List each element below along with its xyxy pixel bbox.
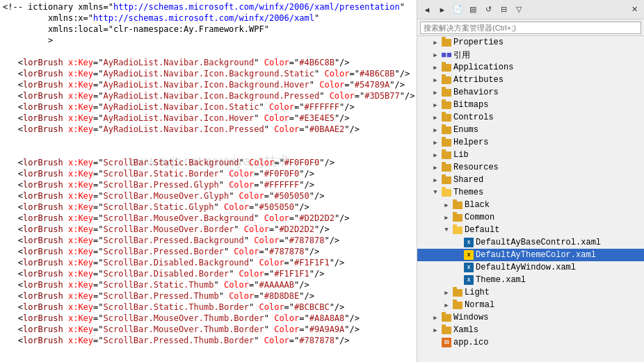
folder-icon — [441, 124, 452, 135]
expander-spacer — [452, 262, 463, 273]
code-line: xmlns:x="http://schemas.microsoft.com/wi… — [0, 13, 417, 24]
code-line — [0, 146, 417, 157]
tree-label: Behaviors — [453, 88, 499, 97]
code-line: <lorBrush x:Key="ScrollBar.Static.Thumb"… — [0, 279, 417, 290]
folder-open-icon — [441, 187, 452, 198]
tree-item-light[interactable]: ▶ Light — [417, 286, 644, 299]
code-line: <lorBrush x:Key="ScrollBar.MouseOver.Thu… — [0, 324, 417, 335]
tree-item-resources[interactable]: ▶ Resources — [417, 161, 644, 174]
tree-item-theme[interactable]: X Theme.xaml — [417, 274, 644, 286]
folder-open-icon — [452, 224, 463, 236]
tree-item-bitmaps[interactable]: ▶ Bitmaps — [417, 99, 644, 111]
expander-icon: ▶ — [430, 312, 441, 323]
expander-icon: ▼ — [430, 187, 441, 198]
code-line: <!-- ictionary xmlns="http://schemas.mic… — [0, 1, 417, 13]
tree-item-attributes[interactable]: ▶ Attributes — [417, 74, 644, 86]
tree-item-common[interactable]: ▶ Common — [417, 211, 644, 224]
code-line: <lorBrush x:Key="AyRadioList.Navibar.Bac… — [0, 57, 417, 68]
code-line: <lorBrush x:Key="ScrollBar.MouseOver.Thu… — [0, 313, 417, 324]
folder-icon — [441, 37, 452, 48]
tree-item-references[interactable]: ▶ ■■ 引用 — [417, 49, 644, 61]
tree-item-properties[interactable]: ▶ Properties — [417, 36, 644, 49]
tree-item-applications[interactable]: ▶ Applications — [417, 61, 644, 74]
code-panel: <!-- ictionary xmlns="http://schemas.mic… — [0, 0, 417, 362]
tree-label: Bitmaps — [453, 100, 488, 110]
toolbar-properties-button[interactable]: 📄 — [451, 3, 465, 17]
tree-label: 引用 — [453, 49, 470, 61]
toolbar-filter-button[interactable]: ▽ — [512, 3, 526, 17]
folder-icon — [441, 62, 452, 73]
folder-icon — [441, 87, 452, 98]
toolbar-back-button[interactable]: ◄ — [420, 3, 434, 17]
folder-icon — [441, 312, 452, 323]
search-input[interactable] — [420, 22, 641, 34]
folder-icon — [441, 74, 452, 85]
xaml-file-icon: X — [463, 274, 474, 286]
toolbar-close-button[interactable]: ✕ — [627, 3, 641, 17]
toolbar-forward-button[interactable]: ► — [435, 3, 449, 17]
tree-item-shared[interactable]: ▶ Shared — [417, 174, 644, 186]
expander-icon: ▶ — [430, 137, 441, 148]
tree-label: Lib — [453, 150, 469, 160]
expander-icon: ▶ — [430, 112, 441, 123]
tree-item-helpers[interactable]: ▶ Helpers — [417, 136, 644, 149]
expander-icon: ▶ — [430, 62, 441, 73]
tree-item-default[interactable]: ▼ Default — [417, 224, 644, 236]
expander-spacer — [430, 337, 441, 348]
code-line: <lorBrush x:Key="ScrollBar.Pressed.Backg… — [0, 235, 417, 246]
code-line — [0, 46, 417, 57]
folder-icon — [441, 137, 452, 148]
expander-spacer — [452, 274, 463, 286]
tree-item-windows[interactable]: ▶ Windows — [417, 311, 644, 324]
folder-icon — [441, 162, 452, 173]
expander-icon: ▶ — [441, 287, 452, 298]
code-line: <lorBrush x:Key="ScrollBar.Disabled.Back… — [0, 257, 417, 268]
xaml-file-icon: X — [463, 249, 474, 261]
tree-label: Resources — [453, 163, 499, 172]
tree-item-normal[interactable]: ▶ Normal — [417, 299, 644, 311]
expander-icon: ▶ — [430, 37, 441, 48]
code-scroll[interactable]: <!-- ictionary xmlns="http://schemas.mic… — [0, 0, 417, 362]
solution-tree[interactable]: ▶ Properties ▶ ■■ 引用 ▶ Applications ▶ At… — [417, 36, 644, 362]
tree-item-controls[interactable]: ▶ Controls — [417, 111, 644, 124]
tree-item-lib[interactable]: ▶ Lib — [417, 149, 644, 161]
tree-item-defaultaywindow[interactable]: X DefaultAyWindow.xaml — [417, 261, 644, 274]
tree-item-defaultaythemecolor[interactable]: X DefaultAyThemeColor.xaml — [417, 249, 644, 261]
code-line: > — [0, 35, 417, 46]
toolbar-showfiles-button[interactable]: ▤ — [466, 3, 480, 17]
code-line: <lorBrush x:Key="ScrollBar.Pressed.Thumb… — [0, 335, 417, 346]
folder-icon — [452, 199, 463, 211]
code-line: <lorBrush x:Key="AyRadioList.Navibar.Ico… — [0, 90, 417, 101]
code-line: <lorBrush x:Key="ScrollBar.Pressed.Thumb… — [0, 290, 417, 302]
tree-item-enums[interactable]: ▶ Enums — [417, 124, 644, 136]
code-line: <lorBrush x:Key="ScrollBar.Static.Backgr… — [0, 157, 417, 168]
expander-icon: ▶ — [441, 199, 452, 211]
expander-icon: ▶ — [430, 49, 441, 60]
tree-item-behaviors[interactable]: ▶ Behaviors — [417, 86, 644, 99]
tree-label: Applications — [453, 63, 513, 72]
tree-item-black[interactable]: ▶ Black — [417, 199, 644, 211]
expander-icon: ▶ — [430, 99, 441, 110]
folder-icon — [452, 212, 463, 223]
tree-label: Normal — [465, 300, 494, 310]
expander-icon: ▶ — [430, 74, 441, 85]
expander-spacer — [452, 237, 463, 248]
xaml-file-icon: X — [463, 262, 474, 273]
expander-icon: ▼ — [441, 224, 452, 236]
tree-item-defaultaybasecontrol[interactable]: X DefaultAyBaseControl.xaml — [417, 236, 644, 249]
tree-item-themes[interactable]: ▼ Themes — [417, 186, 644, 199]
toolbar-refresh-button[interactable]: ↺ — [481, 3, 495, 17]
solution-panel: ◄ ► 📄 ▤ ↺ ⊟ ▽ ✕ ▶ Properties ▶ ■■ 引用 ▶ A… — [417, 0, 644, 362]
tree-item-xamls[interactable]: ▶ Xamls — [417, 324, 644, 336]
expander-spacer — [452, 249, 463, 261]
folder-icon — [441, 324, 452, 336]
folder-icon — [452, 287, 463, 298]
code-line: <lorBrush x:Key="ScrollBar.Pressed.Glyph… — [0, 179, 417, 190]
tree-label: Light — [465, 288, 490, 297]
toolbar-collapse-button[interactable]: ⊟ — [497, 3, 510, 17]
tree-label: DefaultAyWindow.xaml — [476, 263, 576, 272]
tree-label: Default — [465, 225, 499, 235]
xaml-file-icon: X — [463, 237, 474, 248]
tree-item-appico[interactable]: 🖼 app.ico — [417, 336, 644, 349]
solution-toolbar: ◄ ► 📄 ▤ ↺ ⊟ ▽ ✕ — [417, 0, 644, 19]
